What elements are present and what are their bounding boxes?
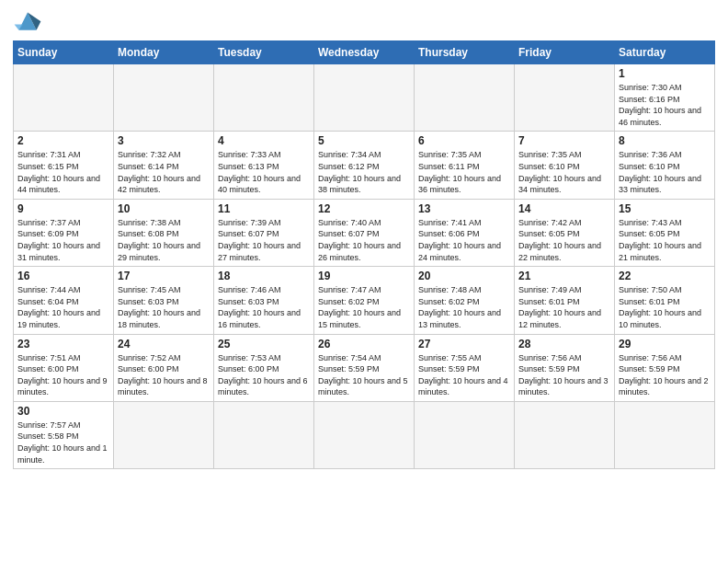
day-info: Sunrise: 7:33 AM Sunset: 6:13 PM Dayligh… — [218, 149, 310, 195]
calendar-cell — [615, 401, 715, 468]
calendar-cell: 30Sunrise: 7:57 AM Sunset: 5:58 PM Dayli… — [14, 401, 114, 468]
calendar-week-5: 30Sunrise: 7:57 AM Sunset: 5:58 PM Dayli… — [14, 401, 715, 468]
day-info: Sunrise: 7:38 AM Sunset: 6:08 PM Dayligh… — [118, 217, 210, 263]
calendar-cell: 20Sunrise: 7:48 AM Sunset: 6:02 PM Dayli… — [415, 267, 515, 334]
day-number: 27 — [418, 338, 510, 350]
day-info: Sunrise: 7:47 AM Sunset: 6:02 PM Dayligh… — [318, 284, 410, 330]
calendar-cell: 29Sunrise: 7:56 AM Sunset: 5:59 PM Dayli… — [615, 334, 715, 401]
day-number: 12 — [318, 202, 410, 215]
day-number: 10 — [118, 202, 210, 215]
calendar-cell: 11Sunrise: 7:39 AM Sunset: 6:07 PM Dayli… — [214, 199, 314, 266]
day-number: 28 — [518, 338, 610, 350]
calendar-cell — [415, 64, 515, 132]
calendar-cell: 7Sunrise: 7:35 AM Sunset: 6:10 PM Daylig… — [515, 132, 615, 199]
calendar-cell: 25Sunrise: 7:53 AM Sunset: 6:00 PM Dayli… — [214, 334, 314, 401]
day-number: 6 — [418, 134, 510, 147]
calendar-cell: 16Sunrise: 7:44 AM Sunset: 6:04 PM Dayli… — [14, 267, 114, 334]
day-number: 18 — [218, 270, 310, 282]
day-number: 23 — [17, 338, 109, 350]
day-number: 7 — [518, 134, 610, 147]
day-info: Sunrise: 7:43 AM Sunset: 6:05 PM Dayligh… — [619, 217, 711, 263]
day-number: 8 — [619, 134, 711, 147]
calendar-cell: 27Sunrise: 7:55 AM Sunset: 5:59 PM Dayli… — [415, 334, 515, 401]
calendar-cell: 23Sunrise: 7:51 AM Sunset: 6:00 PM Dayli… — [14, 334, 114, 401]
day-info: Sunrise: 7:44 AM Sunset: 6:04 PM Dayligh… — [17, 284, 109, 330]
calendar-cell: 26Sunrise: 7:54 AM Sunset: 5:59 PM Dayli… — [314, 334, 415, 401]
calendar-header-wednesday: Wednesday — [314, 41, 415, 64]
day-number: 20 — [418, 270, 510, 282]
calendar-cell: 17Sunrise: 7:45 AM Sunset: 6:03 PM Dayli… — [114, 267, 214, 334]
day-number: 15 — [619, 202, 711, 215]
day-info: Sunrise: 7:57 AM Sunset: 5:58 PM Dayligh… — [17, 419, 109, 465]
calendar-cell: 18Sunrise: 7:46 AM Sunset: 6:03 PM Dayli… — [214, 267, 314, 334]
calendar-cell — [415, 401, 515, 468]
calendar-cell: 28Sunrise: 7:56 AM Sunset: 5:59 PM Dayli… — [515, 334, 615, 401]
day-number: 22 — [619, 270, 711, 282]
calendar-week-0: 1Sunrise: 7:30 AM Sunset: 6:16 PM Daylig… — [14, 64, 715, 132]
day-number: 24 — [118, 338, 210, 350]
calendar-cell: 2Sunrise: 7:31 AM Sunset: 6:15 PM Daylig… — [14, 132, 114, 199]
calendar-cell — [314, 401, 415, 468]
day-info: Sunrise: 7:37 AM Sunset: 6:09 PM Dayligh… — [17, 217, 109, 263]
calendar-cell — [515, 64, 615, 132]
calendar-header-thursday: Thursday — [415, 41, 515, 64]
calendar-cell — [515, 401, 615, 468]
day-number: 30 — [17, 405, 109, 418]
day-info: Sunrise: 7:36 AM Sunset: 6:10 PM Dayligh… — [619, 149, 711, 195]
day-info: Sunrise: 7:41 AM Sunset: 6:06 PM Dayligh… — [418, 217, 510, 263]
calendar-cell: 5Sunrise: 7:34 AM Sunset: 6:12 PM Daylig… — [314, 132, 415, 199]
calendar-cell: 8Sunrise: 7:36 AM Sunset: 6:10 PM Daylig… — [615, 132, 715, 199]
calendar-cell: 14Sunrise: 7:42 AM Sunset: 6:05 PM Dayli… — [515, 199, 615, 266]
calendar-cell: 15Sunrise: 7:43 AM Sunset: 6:05 PM Dayli… — [615, 199, 715, 266]
calendar-header-sunday: Sunday — [14, 41, 114, 64]
day-number: 25 — [218, 338, 310, 350]
day-number: 21 — [518, 270, 610, 282]
calendar-cell: 10Sunrise: 7:38 AM Sunset: 6:08 PM Dayli… — [114, 199, 214, 266]
calendar-cell: 1Sunrise: 7:30 AM Sunset: 6:16 PM Daylig… — [615, 64, 715, 132]
day-info: Sunrise: 7:48 AM Sunset: 6:02 PM Dayligh… — [418, 284, 510, 330]
day-number: 17 — [118, 270, 210, 282]
header — [13, 9, 715, 35]
day-info: Sunrise: 7:53 AM Sunset: 6:00 PM Dayligh… — [218, 352, 310, 398]
day-number: 1 — [619, 67, 711, 80]
calendar-cell: 12Sunrise: 7:40 AM Sunset: 6:07 PM Dayli… — [314, 199, 415, 266]
calendar-cell — [214, 64, 314, 132]
calendar-header-tuesday: Tuesday — [214, 41, 314, 64]
day-info: Sunrise: 7:54 AM Sunset: 5:59 PM Dayligh… — [318, 352, 410, 398]
day-number: 3 — [118, 134, 210, 147]
day-info: Sunrise: 7:52 AM Sunset: 6:00 PM Dayligh… — [118, 352, 210, 398]
calendar: SundayMondayTuesdayWednesdayThursdayFrid… — [13, 40, 715, 469]
logo-icon — [13, 9, 42, 35]
calendar-cell — [14, 64, 114, 132]
day-info: Sunrise: 7:30 AM Sunset: 6:16 PM Dayligh… — [619, 82, 711, 128]
day-number: 16 — [17, 270, 109, 282]
calendar-week-1: 2Sunrise: 7:31 AM Sunset: 6:15 PM Daylig… — [14, 132, 715, 199]
logo — [13, 9, 46, 35]
calendar-cell: 24Sunrise: 7:52 AM Sunset: 6:00 PM Dayli… — [114, 334, 214, 401]
day-info: Sunrise: 7:51 AM Sunset: 6:00 PM Dayligh… — [17, 352, 109, 398]
calendar-header-monday: Monday — [114, 41, 214, 64]
day-info: Sunrise: 7:39 AM Sunset: 6:07 PM Dayligh… — [218, 217, 310, 263]
day-number: 2 — [17, 134, 109, 147]
day-info: Sunrise: 7:45 AM Sunset: 6:03 PM Dayligh… — [118, 284, 210, 330]
day-info: Sunrise: 7:31 AM Sunset: 6:15 PM Dayligh… — [17, 149, 109, 195]
calendar-cell: 21Sunrise: 7:49 AM Sunset: 6:01 PM Dayli… — [515, 267, 615, 334]
day-info: Sunrise: 7:49 AM Sunset: 6:01 PM Dayligh… — [518, 284, 610, 330]
day-number: 26 — [318, 338, 410, 350]
calendar-cell: 22Sunrise: 7:50 AM Sunset: 6:01 PM Dayli… — [615, 267, 715, 334]
day-info: Sunrise: 7:40 AM Sunset: 6:07 PM Dayligh… — [318, 217, 410, 263]
calendar-header-row: SundayMondayTuesdayWednesdayThursdayFrid… — [14, 41, 715, 64]
calendar-week-4: 23Sunrise: 7:51 AM Sunset: 6:00 PM Dayli… — [14, 334, 715, 401]
day-info: Sunrise: 7:35 AM Sunset: 6:10 PM Dayligh… — [518, 149, 610, 195]
calendar-cell: 13Sunrise: 7:41 AM Sunset: 6:06 PM Dayli… — [415, 199, 515, 266]
day-number: 5 — [318, 134, 410, 147]
day-number: 4 — [218, 134, 310, 147]
calendar-cell: 4Sunrise: 7:33 AM Sunset: 6:13 PM Daylig… — [214, 132, 314, 199]
calendar-header-friday: Friday — [515, 41, 615, 64]
calendar-cell — [214, 401, 314, 468]
calendar-week-3: 16Sunrise: 7:44 AM Sunset: 6:04 PM Dayli… — [14, 267, 715, 334]
day-number: 29 — [619, 338, 711, 350]
day-number: 11 — [218, 202, 310, 215]
page: SundayMondayTuesdayWednesdayThursdayFrid… — [0, 0, 728, 563]
day-info: Sunrise: 7:50 AM Sunset: 6:01 PM Dayligh… — [619, 284, 711, 330]
